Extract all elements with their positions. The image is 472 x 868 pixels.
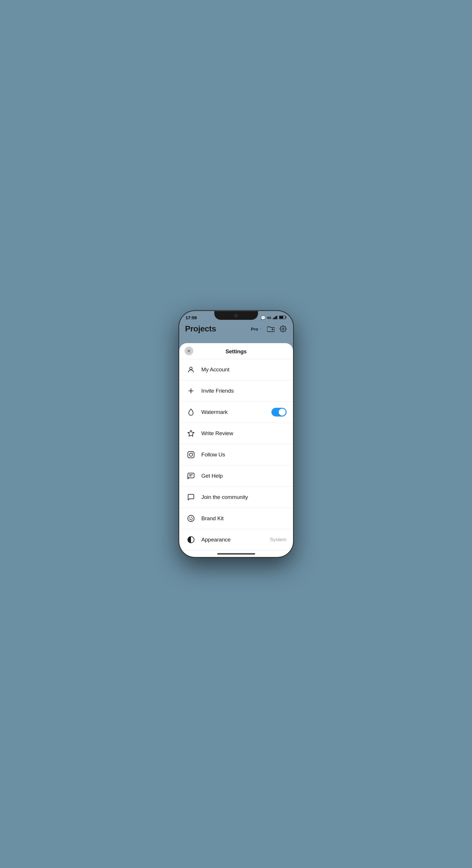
- svg-point-22: [191, 517, 192, 518]
- svg-rect-17: [188, 473, 194, 478]
- svg-rect-14: [188, 452, 194, 458]
- join-community-label: Join the community: [202, 494, 287, 500]
- svg-point-24: [191, 520, 192, 521]
- svg-point-21: [189, 517, 190, 518]
- watermark-toggle[interactable]: [271, 408, 287, 416]
- svg-rect-0: [273, 318, 274, 319]
- svg-rect-1: [274, 317, 275, 319]
- signal-icon: [273, 316, 277, 320]
- settings-item-follow-us[interactable]: Follow Us: [179, 444, 293, 465]
- watermark-toggle-container[interactable]: [271, 408, 287, 416]
- modal-title: Settings: [225, 348, 247, 355]
- chat-double-icon: [186, 492, 196, 502]
- settings-item-my-account[interactable]: My Account: [179, 359, 293, 380]
- pro-label: Pro: [251, 327, 258, 332]
- palette-icon: [186, 513, 196, 524]
- phone-screen: 17:59 💬 4G: [179, 311, 293, 557]
- circle-half-icon: [186, 534, 196, 545]
- settings-list: My Account Invite Friends: [179, 359, 293, 555]
- svg-point-10: [189, 367, 192, 370]
- svg-point-9: [282, 328, 284, 330]
- settings-item-join-community[interactable]: Join the community: [179, 487, 293, 508]
- drop-icon: [186, 407, 196, 417]
- phone-frame: 17:59 💬 4G: [179, 311, 293, 557]
- status-icons: 💬 4G: [261, 315, 287, 320]
- svg-rect-6: [279, 316, 283, 319]
- watermark-label: Watermark: [202, 409, 271, 415]
- network-label: 4G: [267, 316, 271, 319]
- svg-point-15: [189, 453, 193, 457]
- settings-item-watermark[interactable]: Watermark: [179, 402, 293, 423]
- svg-point-23: [192, 518, 193, 519]
- pro-badge[interactable]: Pro ✓: [251, 327, 262, 332]
- settings-item-write-review[interactable]: Write Review: [179, 423, 293, 444]
- chat-bubble-icon: [186, 471, 196, 481]
- status-time: 17:59: [186, 315, 197, 320]
- close-button[interactable]: ✕: [184, 347, 193, 355]
- appearance-current-value: System: [270, 537, 287, 542]
- person-icon: [186, 364, 196, 375]
- whatsapp-icon: 💬: [261, 315, 266, 320]
- new-folder-button[interactable]: [267, 325, 275, 333]
- star-icon: [186, 428, 196, 439]
- pro-check-icon: ✓: [259, 327, 263, 331]
- camera: [234, 314, 238, 317]
- get-help-label: Get Help: [202, 473, 287, 479]
- instagram-icon: [186, 450, 196, 460]
- notch: [214, 311, 258, 320]
- follow-us-label: Follow Us: [202, 452, 287, 458]
- svg-marker-13: [188, 430, 194, 436]
- settings-item-brand-kit[interactable]: Brand Kit: [179, 508, 293, 529]
- appearance-label: Appearance: [202, 536, 270, 543]
- brand-kit-label: Brand Kit: [202, 515, 287, 522]
- settings-button[interactable]: [279, 325, 287, 333]
- svg-point-20: [188, 515, 194, 522]
- battery-icon: [279, 315, 287, 320]
- settings-modal: ✕ Settings My Account: [179, 343, 293, 557]
- toggle-thumb: [279, 409, 286, 416]
- appearance-value: System: [270, 537, 287, 542]
- close-icon: ✕: [187, 348, 191, 354]
- settings-item-invite-friends[interactable]: Invite Friends: [179, 380, 293, 402]
- settings-item-appearance[interactable]: Appearance System: [179, 529, 293, 551]
- svg-rect-5: [286, 317, 286, 318]
- app-header: Projects Pro ✓: [179, 322, 293, 338]
- plus-icon: [186, 386, 196, 396]
- svg-rect-2: [275, 316, 276, 319]
- home-indicator: [217, 553, 255, 555]
- settings-item-get-help[interactable]: Get Help: [179, 465, 293, 487]
- modal-header: ✕ Settings: [179, 343, 293, 359]
- my-account-label: My Account: [202, 366, 287, 373]
- app-title: Projects: [185, 324, 216, 334]
- svg-rect-3: [276, 316, 277, 319]
- write-review-label: Write Review: [202, 430, 287, 437]
- invite-friends-label: Invite Friends: [202, 388, 287, 394]
- header-right: Pro ✓: [251, 325, 287, 333]
- svg-point-16: [192, 453, 193, 453]
